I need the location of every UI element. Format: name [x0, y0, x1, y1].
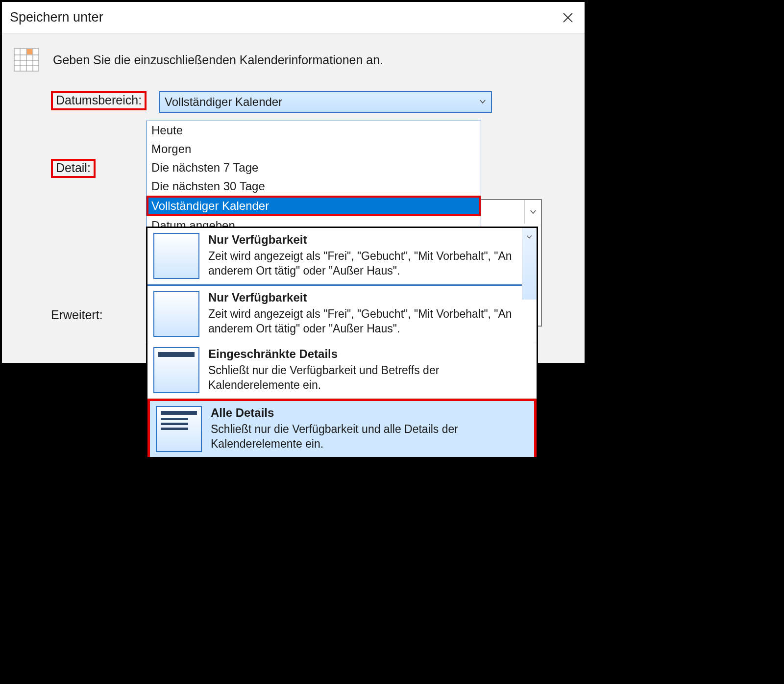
date-range-option[interactable]: Die nächsten 7 Tage [147, 158, 481, 177]
chevron-down-icon [529, 207, 538, 216]
detail-option-desc: Zeit wird angezeigt als "Frei", "Gebucht… [208, 249, 517, 278]
date-range-option-selected[interactable]: Vollständiger Kalender [147, 196, 481, 216]
detail-option-list: Nur Verfügbarkeit Zeit wird angezeigt al… [146, 227, 538, 458]
detail-combo-chevron[interactable] [524, 200, 541, 224]
close-icon [562, 12, 574, 24]
detail-option-all-details[interactable]: Alle Details Schließt nur die Verfügbark… [147, 399, 537, 457]
date-range-option[interactable]: Heute [147, 121, 481, 140]
detail-scrollbar[interactable] [522, 228, 537, 300]
detail-label: Detail: [51, 159, 96, 178]
titlebar: Speichern unter [2, 2, 585, 33]
all-details-icon [156, 406, 202, 452]
calendar-icon [14, 48, 39, 72]
dialog-title: Speichern unter [10, 10, 103, 25]
availability-icon [153, 233, 199, 279]
detail-option-title: Nur Verfügbarkeit [208, 291, 531, 304]
detail-option-title: Nur Verfügbarkeit [208, 233, 517, 247]
detail-option-desc: Zeit wird angezeigt als "Frei", "Gebucht… [208, 306, 531, 336]
instruction-text: Geben Sie die einzuschließenden Kalender… [53, 53, 383, 67]
close-button[interactable] [559, 9, 577, 26]
detail-option-title: Alle Details [211, 406, 528, 420]
date-range-option[interactable]: Die nächsten 30 Tage [147, 177, 481, 196]
detail-option-desc: Schließt nur die Verfügbarkeit und Betre… [208, 363, 531, 392]
date-range-option[interactable]: Morgen [147, 140, 481, 158]
advanced-label: Erweitert: [51, 308, 103, 322]
detail-option-limited[interactable]: Eingeschränkte Details Schließt nur die … [147, 342, 537, 399]
svg-rect-9 [27, 49, 32, 54]
detail-option-availability[interactable]: Nur Verfügbarkeit Zeit wird angezeigt al… [147, 228, 537, 284]
date-range-combo[interactable]: Vollständiger Kalender [159, 91, 492, 113]
chevron-down-icon[interactable] [522, 228, 537, 246]
limited-details-icon [153, 347, 199, 393]
detail-option-title: Eingeschränkte Details [208, 347, 531, 361]
detail-option-availability[interactable]: Nur Verfügbarkeit Zeit wird angezeigt al… [147, 286, 537, 342]
date-range-label: Datumsbereich: [51, 91, 147, 110]
date-range-listbox[interactable]: Heute Morgen Die nächsten 7 Tage Die näc… [146, 121, 481, 235]
chevron-down-icon [478, 95, 487, 109]
detail-option-desc: Schließt nur die Verfügbarkeit und alle … [211, 422, 528, 451]
availability-icon [153, 291, 199, 337]
date-range-selected: Vollständiger Kalender [165, 95, 282, 109]
